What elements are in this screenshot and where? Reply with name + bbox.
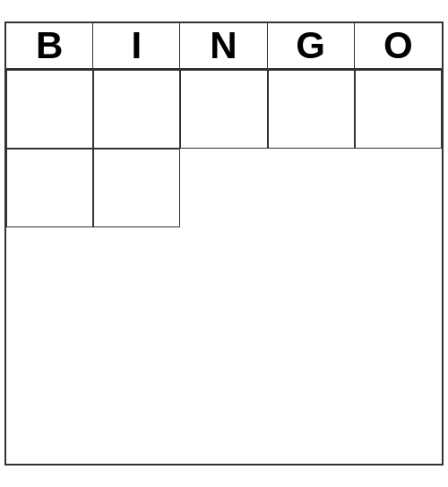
bingo-card: BINGO — [4, 21, 444, 466]
bingo-cell-6 — [93, 149, 180, 227]
bingo-letter-i: I — [93, 23, 180, 68]
bingo-letter-o: O — [355, 23, 442, 68]
bingo-header: BINGO — [6, 23, 442, 70]
bingo-cell-0 — [6, 70, 93, 149]
bingo-letter-g: G — [268, 23, 355, 68]
bingo-grid — [6, 70, 442, 464]
bingo-cell-5 — [6, 149, 93, 227]
bingo-cell-3 — [268, 70, 355, 149]
bingo-letter-b: B — [6, 23, 93, 68]
bingo-cell-4 — [355, 70, 442, 149]
bingo-cell-2 — [180, 70, 267, 149]
bingo-letter-n: N — [180, 23, 267, 68]
bingo-cell-1 — [93, 70, 180, 149]
